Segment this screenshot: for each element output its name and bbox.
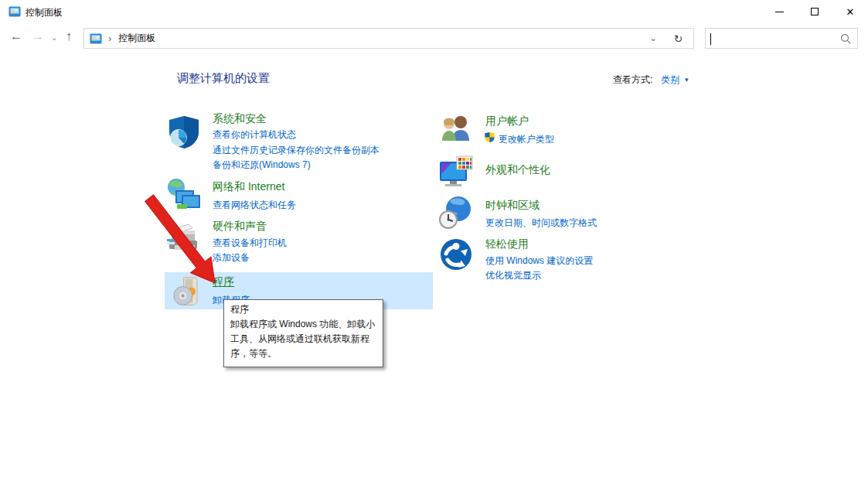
forward-icon[interactable]: → [32, 29, 44, 43]
back-icon[interactable]: ← [10, 29, 22, 43]
category-ease-of-access[interactable]: 轻松使用 [485, 237, 529, 251]
link-devices-printers[interactable]: 查看设备和打印机 [213, 237, 287, 250]
link-optimize-visual-display[interactable]: 优化视觉显示 [485, 269, 541, 282]
control-panel-icon [9, 5, 21, 18]
breadcrumb-chevron-icon[interactable]: › [108, 32, 111, 44]
history-chevron-icon[interactable]: ⌄ [51, 33, 57, 42]
ease-of-access-icon[interactable] [437, 236, 475, 273]
minimize-icon [775, 12, 784, 12]
uac-shield-icon [484, 131, 495, 143]
close-button[interactable]: ✕ [832, 0, 868, 23]
link-change-account-type[interactable]: 更改帐户类型 [499, 133, 554, 146]
link-view-computer-status[interactable]: 查看你的计算机状态 [213, 128, 296, 142]
title-bar: 控制面板 ✕ [0, 0, 868, 23]
address-dropdown-icon[interactable]: ⌄ [643, 33, 663, 43]
text-cursor [710, 33, 711, 45]
category-appearance-personalization[interactable]: 外观和个性化 [485, 163, 550, 177]
address-bar[interactable]: › 控制面板 ⌄ [83, 28, 664, 49]
category-hardware-sound[interactable]: 硬件和声音 [213, 220, 267, 234]
page-title: 调整计算机的设置 [177, 71, 270, 86]
link-add-device[interactable]: 添加设备 [213, 251, 250, 264]
category-system-security[interactable]: 系统和安全 [213, 112, 267, 126]
breadcrumb[interactable]: 控制面板 [118, 32, 155, 45]
maximize-button[interactable] [797, 0, 832, 23]
up-icon[interactable]: ↑ [66, 29, 72, 43]
programs-icon[interactable] [172, 274, 206, 308]
programs-tooltip: 程序 卸载程序或 Windows 功能、卸载小工具、从网络或通过联机获取新程序，… [223, 299, 383, 367]
control-panel-breadcrumb-icon [90, 32, 102, 45]
link-file-history-backup[interactable]: 通过文件历史记录保存你的文件备份副本 [213, 144, 380, 157]
tooltip-title: 程序 [230, 302, 376, 317]
view-by-label: 查看方式: [613, 73, 652, 87]
appearance-personalization-icon[interactable] [437, 152, 475, 189]
minimize-button[interactable] [761, 0, 797, 23]
link-change-date-time-format[interactable]: 更改日期、时间或数字格式 [485, 217, 597, 230]
view-by-dropdown[interactable]: 类别 [661, 73, 679, 87]
network-internet-icon[interactable] [165, 177, 203, 214]
system-security-icon[interactable] [165, 114, 203, 151]
category-network-internet[interactable]: 网络和 Internet [213, 180, 284, 194]
search-input[interactable] [705, 28, 858, 49]
link-backup-restore-win7[interactable]: 备份和还原(Windows 7) [213, 159, 311, 172]
clock-region-icon[interactable] [437, 194, 475, 231]
user-accounts-icon[interactable] [437, 112, 475, 149]
refresh-button[interactable]: ↻ [663, 28, 694, 49]
category-programs[interactable]: 程序 [213, 275, 234, 289]
category-user-accounts[interactable]: 用户帐户 [485, 114, 529, 128]
navigation-toolbar: ← → ⌄ ↑ › 控制面板 ⌄ ↻ [0, 23, 868, 53]
maximize-icon [811, 8, 819, 15]
window-title: 控制面板 [26, 6, 63, 19]
link-network-status-tasks[interactable]: 查看网络状态和任务 [213, 199, 296, 212]
category-clock-region[interactable]: 时钟和区域 [485, 199, 540, 213]
hardware-sound-icon[interactable] [165, 218, 203, 255]
search-icon [840, 33, 851, 44]
link-windows-suggested-settings[interactable]: 使用 Windows 建议的设置 [485, 254, 593, 268]
view-by-caret-icon[interactable]: ▼ [683, 77, 689, 84]
tooltip-body: 卸载程序或 Windows 功能、卸载小工具、从网络或通过联机获取新程序，等等。 [230, 317, 376, 361]
